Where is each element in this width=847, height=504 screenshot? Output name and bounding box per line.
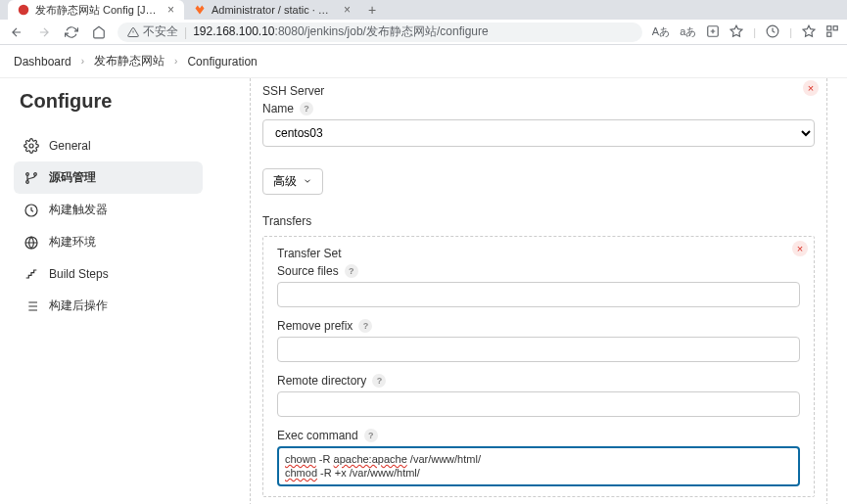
- steps-icon: [24, 266, 39, 282]
- security-warning-icon: 不安全: [127, 23, 178, 40]
- extensions-icon[interactable]: [825, 24, 839, 40]
- reader-icon[interactable]: aあ: [680, 24, 696, 39]
- svg-point-6: [29, 144, 33, 148]
- ssh-server-label: SSH Server: [262, 84, 324, 98]
- globe-icon: [24, 235, 39, 251]
- content-area: × SSH Server Name ? centos03 高级: [211, 78, 847, 504]
- browser-tabs: 发布静态网站 Config [Jenkins] × Administrator …: [0, 0, 847, 20]
- branch-icon: [24, 170, 39, 186]
- forward-button[interactable]: [35, 23, 53, 41]
- svg-rect-4: [833, 25, 837, 29]
- sidebar-item-general[interactable]: General: [14, 130, 203, 161]
- help-icon[interactable]: ?: [345, 264, 358, 278]
- breadcrumb-item[interactable]: Dashboard: [14, 55, 71, 69]
- name-label: Name: [262, 102, 294, 115]
- remote-directory-label: Remote directory: [277, 374, 366, 388]
- url-text: 192.168.100.10:8080/jenkins/job/发布静态网站/c…: [193, 23, 489, 40]
- back-button[interactable]: [8, 23, 25, 41]
- remove-prefix-input[interactable]: [277, 337, 800, 362]
- sidebar-item-label: General: [49, 139, 91, 153]
- svg-point-7: [26, 172, 29, 175]
- jenkins-favicon: [18, 4, 29, 16]
- sidebar-item-post-build[interactable]: 构建后操作: [14, 290, 203, 322]
- browser-tab-0[interactable]: 发布静态网站 Config [Jenkins] ×: [8, 0, 184, 20]
- svg-rect-3: [827, 25, 831, 29]
- sidebar-item-build-steps[interactable]: Build Steps: [14, 258, 203, 290]
- sidebar-item-label: 构建后操作: [49, 298, 108, 314]
- breadcrumb-item[interactable]: Configuration: [187, 55, 257, 69]
- transfer-set-label: Transfer Set: [277, 247, 800, 260]
- gitlab-favicon: [194, 4, 206, 16]
- source-files-label: Source files: [277, 264, 339, 278]
- sidebar: Configure General 源码管理 构建触发器 构建环境 Build …: [0, 78, 211, 504]
- help-icon[interactable]: ?: [358, 319, 372, 333]
- sidebar-item-label: 构建触发器: [49, 202, 108, 218]
- toolbar-right: Aあ aあ | |: [652, 24, 839, 40]
- tab-title: Administrator / static · GitLab: [212, 4, 334, 16]
- sidebar-item-env[interactable]: 构建环境: [14, 226, 203, 258]
- favorite-icon[interactable]: [729, 24, 743, 40]
- breadcrumb: Dashboard › 发布静态网站 › Configuration: [0, 45, 847, 78]
- source-files-input[interactable]: [277, 282, 800, 307]
- browser-nav-bar: 不安全 | 192.168.100.10:8080/jenkins/job/发布…: [0, 20, 847, 45]
- breadcrumb-item[interactable]: 发布静态网站: [94, 53, 165, 69]
- sidebar-item-scm[interactable]: 源码管理: [14, 161, 203, 194]
- list-icon: [24, 298, 39, 314]
- collections-icon[interactable]: [706, 24, 720, 40]
- advanced-toggle-button[interactable]: 高级: [262, 168, 323, 195]
- help-icon[interactable]: ?: [364, 429, 378, 442]
- translate-icon[interactable]: Aあ: [652, 24, 670, 39]
- sidebar-item-label: Build Steps: [49, 267, 109, 281]
- svg-point-0: [19, 5, 29, 16]
- new-tab-button[interactable]: +: [360, 2, 384, 18]
- gear-icon: [24, 138, 39, 154]
- sync-icon[interactable]: [766, 24, 779, 40]
- url-bar[interactable]: 不安全 | 192.168.100.10:8080/jenkins/job/发布…: [118, 23, 642, 42]
- remove-transfer-button[interactable]: ×: [792, 241, 808, 256]
- clock-icon: [24, 203, 39, 218]
- browser-tab-1[interactable]: Administrator / static · GitLab ×: [184, 0, 360, 20]
- chevron-right-icon: ›: [81, 56, 84, 67]
- sidebar-item-label: 构建环境: [49, 234, 96, 251]
- svg-rect-5: [827, 32, 831, 36]
- transfer-set-box: × Transfer Set Source files ? Remove pr: [262, 236, 815, 497]
- close-icon[interactable]: ×: [344, 3, 351, 17]
- refresh-button[interactable]: [63, 23, 80, 41]
- home-button[interactable]: [90, 23, 108, 41]
- favorites-bar-icon[interactable]: [802, 24, 816, 40]
- sidebar-item-triggers[interactable]: 构建触发器: [14, 194, 203, 226]
- help-icon[interactable]: ?: [300, 102, 313, 115]
- svg-point-8: [26, 180, 29, 183]
- exec-command-input[interactable]: chown -R apache:apache /var/www/html/ ch…: [277, 446, 800, 486]
- remove-prefix-label: Remove prefix: [277, 319, 353, 333]
- remove-server-button[interactable]: ×: [803, 80, 819, 96]
- help-icon[interactable]: ?: [372, 374, 386, 388]
- chevron-down-icon: [303, 175, 312, 189]
- transfers-label: Transfers: [262, 214, 815, 228]
- close-icon[interactable]: ×: [167, 3, 174, 17]
- tab-title: 发布静态网站 Config [Jenkins]: [35, 3, 158, 18]
- exec-command-label: Exec command: [277, 429, 358, 442]
- svg-point-9: [34, 172, 37, 175]
- chevron-right-icon: ›: [174, 56, 177, 67]
- page-title: Configure: [14, 90, 203, 113]
- ssh-server-name-select[interactable]: centos03: [262, 119, 815, 147]
- sidebar-item-label: 源码管理: [49, 169, 96, 186]
- remote-directory-input[interactable]: [277, 391, 800, 417]
